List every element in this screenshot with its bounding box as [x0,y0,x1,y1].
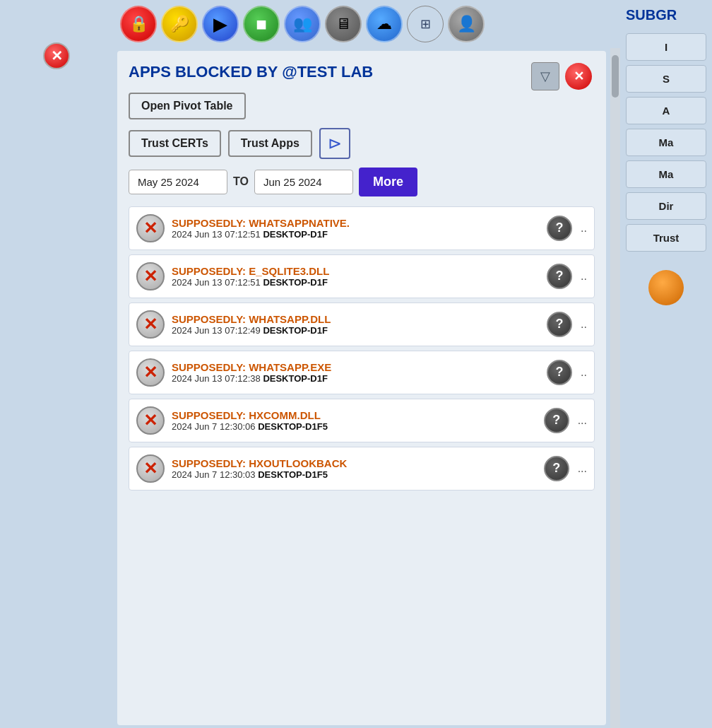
play-icon[interactable]: ▶ [202,6,239,42]
item-name: SUPPOSEDLY: WHATSAPP.DLL [172,313,540,325]
list-item[interactable]: ✕ SUPPOSEDLY: WHATSAPP.DLL 2024 Jun 13 0… [129,303,595,346]
to-label: TO [233,175,249,188]
item-text: SUPPOSEDLY: WHATSAPPNATIVE. 2024 Jun 13 … [172,217,540,240]
right-btn-dir[interactable]: Dir [626,192,706,220]
center-panel: 🔒 🔑 ▶ ■ 👥 🖥 ☁ ⊞ 👤 ▽ ✕ APPS BLOCKED BY @T… [113,0,620,728]
item-meta: 2024 Jun 13 07:12:49 DESKTOP-D1F [172,325,540,336]
diagram-icon[interactable]: ⊞ [407,6,444,42]
help-icon[interactable]: ? [547,360,572,385]
trust-certs-button[interactable]: Trust CERTs [129,130,221,157]
item-text: SUPPOSEDLY: WHATSAPP.DLL 2024 Jun 13 07:… [172,313,540,336]
lock-icon[interactable]: 🔒 [120,6,157,42]
monitor-icon[interactable]: 🖥 [325,6,362,42]
scrollbar-thumb[interactable] [612,55,619,98]
title-actions: ▽ ✕ [531,62,592,90]
main-card: ▽ ✕ APPS BLOCKED BY @TEST LAB Open Pivot… [117,51,606,725]
user-profile-icon[interactable]: 👤 [448,6,485,42]
block-icon: ✕ [136,358,165,387]
date-to-input[interactable] [254,170,353,194]
orange-indicator [648,270,684,305]
help-icon[interactable]: ? [547,216,572,241]
trust-button-row: Trust CERTs Trust Apps ⊳ [129,128,595,159]
pivot-button-row: Open Pivot Table [129,93,595,119]
date-filter-row: TO More [129,168,595,196]
close-card-button[interactable]: ✕ [565,63,592,90]
item-meta: 2024 Jun 13 07:12:51 DESKTOP-D1F [172,277,540,288]
block-icon: ✕ [136,262,165,290]
green-square-icon[interactable]: ■ [243,6,280,42]
trust-apps-button[interactable]: Trust Apps [228,130,312,157]
cloud-icon[interactable]: ☁ [366,6,403,42]
close-left-button[interactable]: ✕ [43,42,70,69]
help-icon[interactable]: ? [544,408,569,433]
block-icon: ✕ [136,214,165,242]
item-name: SUPPOSEDLY: HXCOMM.DLL [172,409,537,421]
item-name: SUPPOSEDLY: WHATSAPP.EXE [172,361,540,373]
list-item[interactable]: ✕ SUPPOSEDLY: HXOUTLOOKBACK 2024 Jun 7 1… [129,447,595,491]
right-btn-1[interactable]: I [626,33,706,61]
item-meta: 2024 Jun 13 07:12:38 DESKTOP-D1F [172,373,540,384]
right-btn-ma1[interactable]: Ma [626,129,706,156]
right-btn-2[interactable]: S [626,65,706,93]
item-text: SUPPOSEDLY: HXCOMM.DLL 2024 Jun 7 12:30:… [172,409,537,432]
key-icon[interactable]: 🔑 [161,6,198,42]
item-text: SUPPOSEDLY: E_SQLITE3.DLL 2024 Jun 13 07… [172,265,540,288]
list-item[interactable]: ✕ SUPPOSEDLY: HXCOMM.DLL 2024 Jun 7 12:3… [129,399,595,442]
more-button[interactable]: More [359,168,417,196]
help-icon[interactable]: ? [547,312,572,337]
block-icon: ✕ [136,310,165,339]
forward-icon: ⊳ [328,134,342,153]
content-area: ▽ ✕ APPS BLOCKED BY @TEST LAB Open Pivot… [113,48,620,728]
list-item[interactable]: ✕ SUPPOSEDLY: E_SQLITE3.DLL 2024 Jun 13 … [129,254,595,298]
subgr-title: SUBGR [626,7,706,23]
item-text: SUPPOSEDLY: HXOUTLOOKBACK 2024 Jun 7 12:… [172,457,537,480]
list-item[interactable]: ✕ SUPPOSEDLY: WHATSAPP.EXE 2024 Jun 13 0… [129,351,595,394]
help-icon[interactable]: ? [547,264,572,289]
users-icon[interactable]: 👥 [284,6,321,42]
blocked-apps-list: ✕ SUPPOSEDLY: WHATSAPPNATIVE. 2024 Jun 1… [129,206,595,491]
item-meta: 2024 Jun 7 12:30:03 DESKTOP-D1F5 [172,469,537,480]
forward-button[interactable]: ⊳ [319,128,350,159]
help-icon[interactable]: ? [544,456,569,481]
open-pivot-table-button[interactable]: Open Pivot Table [129,93,246,119]
item-name: SUPPOSEDLY: E_SQLITE3.DLL [172,265,540,277]
filter-button[interactable]: ▽ [531,62,559,90]
item-meta: 2024 Jun 7 12:30:06 DESKTOP-D1F5 [172,421,537,432]
right-btn-ma2[interactable]: Ma [626,160,706,188]
right-btn-trust[interactable]: Trust [626,224,706,252]
card-title: APPS BLOCKED BY @TEST LAB [129,62,595,83]
list-item[interactable]: ✕ SUPPOSEDLY: WHATSAPPNATIVE. 2024 Jun 1… [129,206,595,250]
item-name: SUPPOSEDLY: WHATSAPPNATIVE. [172,217,540,229]
right-btn-3[interactable]: A [626,97,706,124]
filter-icon: ▽ [540,69,550,84]
item-name: SUPPOSEDLY: HXOUTLOOKBACK [172,457,537,469]
date-from-input[interactable] [129,170,227,194]
item-meta: 2024 Jun 13 07:12:51 DESKTOP-D1F [172,229,540,240]
left-panel: ✕ [0,0,113,728]
toolbar: 🔒 🔑 ▶ ■ 👥 🖥 ☁ ⊞ 👤 [113,0,620,48]
block-icon: ✕ [136,406,165,435]
block-icon: ✕ [136,454,165,483]
item-text: SUPPOSEDLY: WHATSAPP.EXE 2024 Jun 13 07:… [172,361,540,384]
right-panel: SUBGR I S A Ma Ma Dir Trust [620,0,712,728]
scrollbar[interactable] [610,48,620,728]
